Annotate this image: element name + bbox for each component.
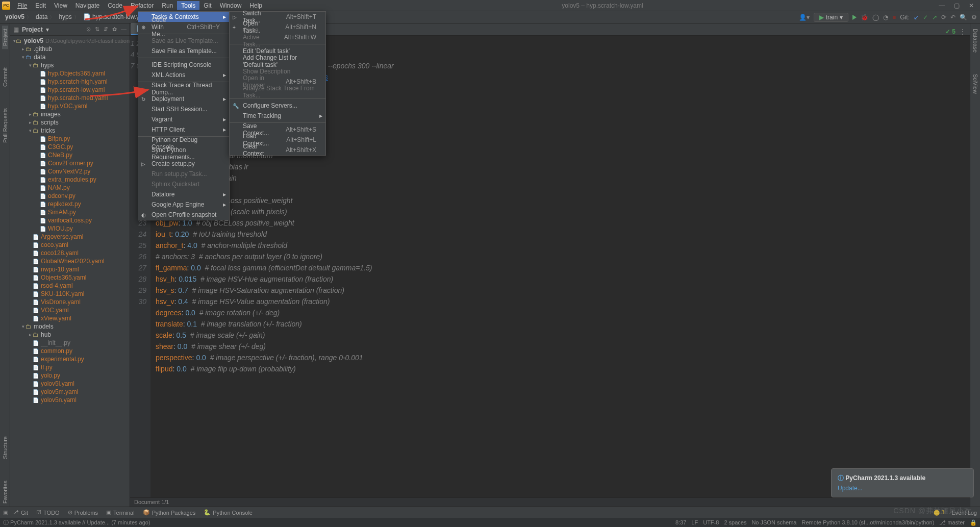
menu-item[interactable]: 🔧Configure Servers... bbox=[230, 101, 325, 111]
notif-update-link[interactable]: Update... bbox=[838, 485, 967, 492]
vcs-rollback-icon[interactable]: ↶ bbox=[950, 14, 956, 21]
tree-item[interactable]: ▾🗀yolov5D:\Google\pywork\dl-classificati… bbox=[10, 37, 130, 45]
tree-item[interactable]: 📄SimAM.py bbox=[10, 208, 130, 216]
tree-item[interactable]: 📄varifocalLoss.py bbox=[10, 216, 130, 224]
tree-item[interactable]: 📄Argoverse.yaml bbox=[10, 233, 130, 241]
menu-item[interactable]: Time Tracking▶ bbox=[230, 111, 325, 121]
line-sep[interactable]: LF bbox=[691, 519, 698, 526]
menu-item[interactable]: Start SSH Session... bbox=[138, 104, 229, 114]
tree-item[interactable]: 📄CNeB.py bbox=[10, 151, 130, 159]
breadcrumb[interactable]: data bbox=[34, 13, 57, 21]
tab-python-packages[interactable]: 📦 Python Packages bbox=[139, 509, 200, 516]
tab-todo[interactable]: ☑ TODO bbox=[32, 509, 64, 516]
minimize-icon[interactable]: — bbox=[939, 2, 945, 9]
schema[interactable]: No JSON schema bbox=[751, 519, 796, 526]
menu-item[interactable]: Datalore▶ bbox=[138, 189, 229, 199]
menu-item[interactable]: Add Change List for 'Default task' bbox=[230, 56, 325, 66]
menu-item[interactable]: XML Actions▶ bbox=[138, 70, 229, 80]
tree-item[interactable]: 📄VisDrone.yaml bbox=[10, 298, 130, 306]
tree-item[interactable]: 📄nwpu-10.yaml bbox=[10, 265, 130, 273]
tree-item[interactable]: 📄yolo.py bbox=[10, 371, 130, 380]
menu-git[interactable]: Git bbox=[199, 1, 215, 10]
tree-item[interactable]: 📄yolov5n.yaml bbox=[10, 396, 130, 404]
tools-menu[interactable]: Tasks & Contexts▶⊕Code With Me...Ctrl+Sh… bbox=[138, 11, 230, 220]
add-user-icon[interactable]: 👤▾ bbox=[799, 14, 810, 21]
profile-icon[interactable]: ◔ bbox=[883, 14, 888, 21]
run-config-selector[interactable]: ▶ train ▾ bbox=[814, 13, 848, 22]
tree-item[interactable]: ▾🗀hyps bbox=[10, 61, 130, 69]
tree-item[interactable]: ▾🗀tricks bbox=[10, 127, 130, 135]
expand-all-icon[interactable]: ⇅ bbox=[95, 26, 99, 33]
tool-window-icon[interactable]: ▣ bbox=[3, 509, 8, 516]
breadcrumb[interactable]: hyps bbox=[57, 13, 81, 21]
menu-run[interactable]: Run bbox=[158, 1, 177, 10]
tab-git[interactable]: ⎇ Git bbox=[8, 509, 32, 516]
encoding[interactable]: UTF-8 bbox=[703, 519, 719, 526]
tree-item[interactable]: 📄Conv2Former.py bbox=[10, 159, 130, 167]
tree-item[interactable]: ▸🗀images bbox=[10, 110, 130, 118]
tree-item[interactable]: 📄xView.yaml bbox=[10, 314, 130, 322]
menu-item[interactable]: HTTP Client▶ bbox=[138, 124, 229, 135]
search-icon[interactable]: 🔍 bbox=[960, 14, 967, 21]
menu-item[interactable]: Save File as Template... bbox=[138, 46, 229, 56]
tree-item[interactable]: ▸🗀hub bbox=[10, 331, 130, 339]
close-icon[interactable]: ✕ bbox=[969, 2, 974, 9]
tree-item[interactable]: ▸🗀scripts bbox=[10, 118, 130, 127]
menu-item[interactable]: ▷Create setup.py bbox=[138, 159, 229, 169]
tree-item[interactable]: 📄VOC.yaml bbox=[10, 306, 130, 314]
tab-pull-requests[interactable]: Pull Requests bbox=[2, 105, 8, 146]
interpreter[interactable]: Remote Python 3.8.10 (sf...ot/miniconda3… bbox=[801, 519, 934, 526]
inspection-badge[interactable]: ✓ 5 bbox=[945, 28, 956, 35]
menu-refactor[interactable]: Refactor bbox=[127, 1, 158, 10]
tree-item[interactable]: 📄NAM.py bbox=[10, 184, 130, 192]
branch[interactable]: ⎇ master bbox=[939, 519, 965, 526]
menu-code[interactable]: Code bbox=[104, 1, 127, 10]
tree-item[interactable]: 📄yolov5m.yaml bbox=[10, 388, 130, 396]
tree-item[interactable]: 📄Bifpn.py bbox=[10, 135, 130, 143]
tree-item[interactable]: 📄hyp.scratch-med.yaml bbox=[10, 94, 130, 102]
tree-item[interactable]: 📄tf.py bbox=[10, 363, 130, 371]
run-icon[interactable] bbox=[852, 15, 857, 20]
tree-item[interactable]: 📄ConvNextV2.py bbox=[10, 167, 130, 175]
notification-popup[interactable]: ⓘ PyCharm 2021.1.3 available Update... bbox=[831, 468, 974, 497]
hide-icon[interactable]: — bbox=[121, 26, 127, 33]
tree-item[interactable]: 📄hyp.Objects365.yaml bbox=[10, 69, 130, 78]
menu-item[interactable]: Clear ContextAlt+Shift+X bbox=[230, 145, 325, 155]
tab-commit[interactable]: Commit bbox=[2, 64, 8, 90]
tree-item[interactable]: 📄extra_modules.py bbox=[10, 175, 130, 184]
settings-icon[interactable]: ⚙ bbox=[971, 14, 977, 21]
tab-terminal[interactable]: ▣ Terminal bbox=[102, 509, 139, 516]
tree-item[interactable]: ▾🗀models bbox=[10, 322, 130, 331]
indent[interactable]: 2 spaces bbox=[724, 519, 746, 526]
menu-item[interactable]: Google App Engine▶ bbox=[138, 199, 229, 210]
menu-item[interactable]: Sync Python Requirements... bbox=[138, 148, 229, 159]
collapse-all-icon[interactable]: ⇵ bbox=[104, 26, 108, 33]
tab-favorites[interactable]: Favorites bbox=[2, 478, 8, 507]
lock-icon[interactable]: 🔒 bbox=[970, 519, 977, 526]
menu-item[interactable]: ⊕Code With Me...Ctrl+Shift+Y bbox=[138, 22, 229, 32]
tasks-submenu[interactable]: ▷Switch Task...Alt+Shift+T+Open Task...A… bbox=[229, 11, 326, 156]
tree-item[interactable]: 📄Objects365.yaml bbox=[10, 273, 130, 282]
tree-item[interactable]: 📄C3GC.py bbox=[10, 143, 130, 151]
coverage-icon[interactable]: ◯ bbox=[872, 14, 879, 21]
menu-window[interactable]: Window bbox=[216, 1, 246, 10]
tab-sciview[interactable]: SciView bbox=[972, 71, 978, 97]
tree-item[interactable]: 📄replkdext.py bbox=[10, 200, 130, 208]
select-opened-file-icon[interactable]: ⊙ bbox=[86, 26, 91, 33]
vcs-update-icon[interactable]: ↙ bbox=[914, 14, 919, 21]
tree-item[interactable]: 📄rsod-4.yaml bbox=[10, 282, 130, 290]
menu-item[interactable]: Vagrant▶ bbox=[138, 114, 229, 124]
tab-python-console[interactable]: 🐍 Python Console bbox=[199, 509, 257, 516]
tab-problems[interactable]: ⊘ Problems bbox=[64, 509, 102, 516]
menu-tools[interactable]: Tools bbox=[177, 1, 199, 10]
tree-item[interactable]: 📄hyp.scratch-low.yaml bbox=[10, 86, 130, 94]
breadcrumb[interactable]: yolov5 bbox=[3, 13, 34, 21]
tree-item[interactable]: ▸🗀.github bbox=[10, 45, 130, 53]
tab-project[interactable]: Project bbox=[2, 26, 8, 49]
tree-item[interactable]: 📄experimental.py bbox=[10, 355, 130, 363]
tree-item[interactable]: 📄coco.yaml bbox=[10, 241, 130, 249]
tab-options-icon[interactable]: ⋮ bbox=[960, 28, 966, 35]
tree-item[interactable]: 📄hyp.VOC.yaml bbox=[10, 102, 130, 110]
menu-item[interactable]: Stack Trace or Thread Dump... bbox=[138, 84, 229, 94]
tree-item[interactable]: 📄GlobalWheat2020.yaml bbox=[10, 257, 130, 265]
